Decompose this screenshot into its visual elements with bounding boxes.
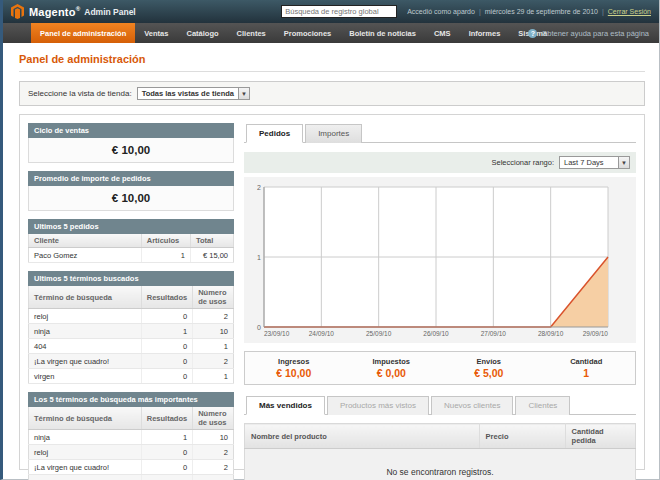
tab-importes[interactable]: Importes — [305, 124, 362, 143]
nav-item-ventas[interactable]: Ventas — [135, 23, 177, 43]
cell-term: ninja — [29, 430, 142, 445]
store-view-label: Seleccione la vista de tienda: — [28, 89, 132, 98]
cell-results: 0 — [141, 445, 192, 460]
col-total[interactable]: Total — [190, 234, 233, 248]
stat-value: € 10,00 — [245, 367, 343, 379]
global-search-input[interactable] — [281, 5, 397, 18]
top-search-title: Los 5 términos de búsqueda más important… — [28, 392, 234, 407]
col-articulos[interactable]: Artículos — [141, 234, 190, 248]
col-cliente[interactable]: Cliente — [29, 234, 142, 248]
cell-term: reloj — [29, 445, 142, 460]
magento-admin-window: Magento® Admin Panel Accedió como apardo… — [0, 0, 660, 480]
table-row[interactable]: 404 0 1 — [29, 339, 234, 354]
svg-text:23/09/10: 23/09/10 — [264, 330, 290, 337]
col-usos[interactable]: Número de usos — [193, 286, 234, 309]
col-usos[interactable]: Número de usos — [193, 407, 234, 430]
separator: | — [479, 8, 481, 15]
table-row[interactable]: reloj 0 2 — [29, 445, 234, 460]
cell-uses: 1 — [193, 475, 234, 480]
dashboard-container: Ciclo de ventas € 10,00 Promedio de impo… — [19, 114, 645, 470]
last-orders-table: Cliente Artículos Total Paco Gomez 1 € 1… — [28, 234, 234, 263]
stat-label: Cantidad — [538, 357, 636, 366]
brand-suffix: Admin Panel — [84, 7, 135, 17]
stat-ingresos: Ingresos € 10,00 — [245, 357, 343, 379]
separator: | — [602, 8, 604, 15]
tab-clientes[interactable]: Clientes — [515, 396, 570, 415]
top-search-panel: Los 5 términos de búsqueda más important… — [28, 392, 234, 480]
table-row[interactable]: reloj 0 2 — [29, 309, 234, 324]
nav-item-dashboard[interactable]: Panel de administración — [31, 23, 135, 43]
svg-text:28/09/10: 28/09/10 — [538, 330, 564, 337]
range-value: Last 7 Days — [560, 158, 618, 167]
cell-term: ninja — [29, 324, 142, 339]
last-search-table: Término de búsqueda Resultados Número de… — [28, 286, 234, 384]
tab-pedidos[interactable]: Pedidos — [246, 124, 303, 143]
dashboard-left-column: Ciclo de ventas € 10,00 Promedio de impo… — [28, 123, 234, 461]
range-select[interactable]: Last 7 Days ▼ — [559, 156, 630, 169]
cell-uses: 2 — [193, 309, 234, 324]
header: Magento® Admin Panel Accedió como apardo… — [3, 0, 659, 23]
svg-text:29/09/10: 29/09/10 — [583, 330, 609, 337]
help-link[interactable]: ? Obtener ayuda para esta página — [528, 23, 649, 43]
table-row[interactable]: 404 0 1 — [29, 475, 234, 480]
cell-uses: 2 — [193, 445, 234, 460]
nav-item-cms[interactable]: CMS — [425, 23, 460, 43]
orders-chart: 01223/09/1024/09/1025/09/1026/09/1027/09… — [246, 181, 618, 341]
table-row[interactable]: ¡La virgen que cuadro! 0 2 — [29, 460, 234, 475]
tab-productos-mas-vistos[interactable]: Productos más vistos — [327, 396, 429, 415]
col-precio[interactable]: Precio — [479, 424, 565, 449]
stat-label: Impuestos — [343, 357, 441, 366]
tab-mas-vendidos[interactable]: Más vendidos — [246, 396, 325, 415]
cell-uses: 1 — [193, 369, 234, 384]
col-cantidad-pedida[interactable]: Cantidad pedida — [565, 424, 635, 449]
range-selector-bar: Seleccionar rango: Last 7 Days ▼ — [244, 152, 636, 173]
svg-text:2: 2 — [257, 184, 261, 191]
stat-value: € 5,00 — [440, 367, 538, 379]
average-orders-value: € 10,00 — [28, 186, 234, 211]
nav-item-informes[interactable]: Informes — [460, 23, 510, 43]
svg-text:25/09/10: 25/09/10 — [366, 330, 392, 337]
cell-total: € 15,00 — [190, 248, 233, 263]
table-row[interactable]: ninja 1 10 — [29, 430, 234, 445]
totals-bar: Ingresos € 10,00 Impuestos € 0,00 Envíos… — [244, 351, 636, 385]
cell-cliente: Paco Gomez — [29, 248, 142, 263]
col-termino[interactable]: Término de búsqueda — [29, 407, 142, 430]
col-nombre-producto[interactable]: Nombre del producto — [245, 424, 480, 449]
average-orders-panel: Promedio de importe de pedidos € 10,00 — [28, 171, 234, 211]
table-row[interactable]: Paco Gomez 1 € 15,00 — [29, 248, 234, 263]
page-title: Panel de administración — [19, 53, 645, 72]
header-user-info: Accedió como apardo | miércoles 29 de se… — [407, 8, 651, 15]
col-resultados[interactable]: Resultados — [141, 286, 192, 309]
cell-results: 1 — [141, 430, 192, 445]
cell-results: 0 — [141, 475, 192, 480]
logged-in-as: Accedió como apardo — [407, 8, 475, 15]
tab-nuevos-clientes[interactable]: Nuevos clientes — [431, 396, 513, 415]
nav-item-clientes[interactable]: Clientes — [228, 23, 275, 43]
cell-term: reloj — [29, 309, 142, 324]
col-resultados[interactable]: Resultados — [141, 407, 192, 430]
help-label: Obtener ayuda para esta página — [541, 29, 649, 38]
bestsellers-grid: Nombre del producto Precio Cantidad pedi… — [244, 423, 636, 480]
nav-item-promociones[interactable]: Promociones — [275, 23, 341, 43]
logout-link[interactable]: Cerrar Sesión — [608, 8, 651, 15]
nav-item-catalogo[interactable]: Catálogo — [177, 23, 227, 43]
svg-text:26/09/10: 26/09/10 — [423, 330, 449, 337]
chevron-down-icon: ▼ — [238, 88, 249, 99]
stat-label: Ingresos — [245, 357, 343, 366]
table-row[interactable]: ¡La virgen que cuadro! 0 2 — [29, 354, 234, 369]
col-termino[interactable]: Término de búsqueda — [29, 286, 142, 309]
help-icon: ? — [528, 29, 537, 38]
lifetime-sales-value: € 10,00 — [28, 138, 234, 163]
table-row[interactable]: ninja 1 10 — [29, 324, 234, 339]
empty-row: No se encontraron registros. — [245, 449, 636, 480]
store-view-value: Todas las vistas de tienda — [138, 89, 238, 98]
stat-value: 1 — [538, 367, 636, 379]
table-header-row: Término de búsqueda Resultados Número de… — [29, 286, 234, 309]
table-row[interactable]: virgen 0 1 — [29, 369, 234, 384]
cell-results: 0 — [141, 309, 192, 324]
cell-uses: 2 — [193, 354, 234, 369]
cell-uses: 10 — [193, 430, 234, 445]
stat-label: Envíos — [440, 357, 538, 366]
store-view-select[interactable]: Todas las vistas de tienda ▼ — [137, 87, 250, 100]
nav-item-boletin[interactable]: Boletín de noticias — [340, 23, 425, 43]
